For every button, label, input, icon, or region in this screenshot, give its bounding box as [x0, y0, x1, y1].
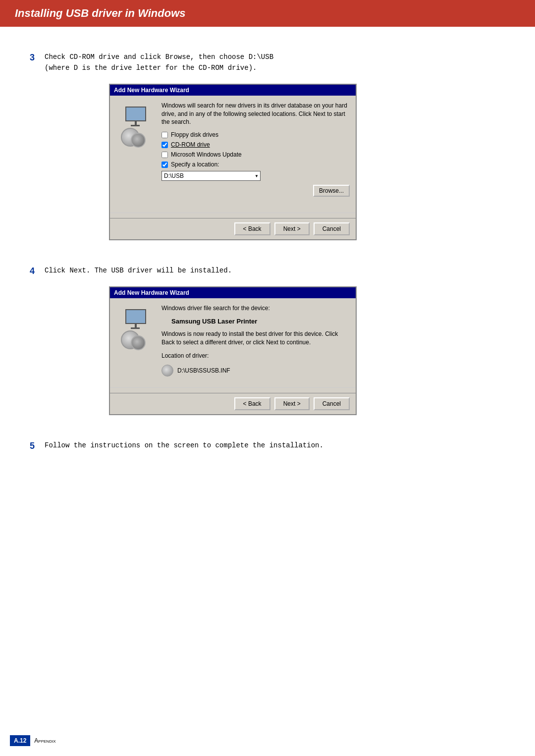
cancel-button-1[interactable]: Cancel: [314, 222, 350, 235]
dialog-2-divider: [110, 387, 356, 388]
step-3-line1: Check CD-ROM drive and click Browse, the…: [45, 52, 273, 62]
footer-appendix: Appendix: [34, 737, 55, 744]
step-3-text: Check CD-ROM drive and click Browse, the…: [45, 52, 273, 74]
cd-disc-2: [131, 133, 146, 148]
dialog-1-divider: [110, 213, 356, 213]
dialog-1-title: Add New Hardware Wizard: [114, 87, 189, 94]
step-3-line2: (where D is the drive letter for the CD-…: [45, 62, 273, 73]
step-4-header: 4 Click Next. The USB driver will be ins…: [30, 265, 505, 276]
checkbox-floppy-input[interactable]: [161, 132, 168, 138]
checkbox-floppy-label: Floppy disk drives: [171, 131, 218, 138]
step-5-text: Follow the instructions on the screen to…: [45, 440, 323, 451]
monitor-graphic-2: [125, 309, 146, 324]
dialog-2: Add New Hardware Wizard Windows driver f…: [109, 286, 357, 415]
step-4-number: 4: [30, 265, 40, 276]
next-button-1[interactable]: Next >: [274, 222, 310, 235]
back-button-1[interactable]: < Back: [234, 222, 270, 235]
step-4-text: Click Next. The USB driver will be insta…: [45, 265, 232, 276]
wizard-icon-col: [116, 102, 156, 202]
cd-small-icon: [161, 365, 173, 377]
wizard-icon-2: [118, 307, 153, 356]
step-5: 5 Follow the instructions on the screen …: [30, 440, 505, 451]
next-button-2[interactable]: Next >: [274, 397, 310, 410]
dialog-2-content: Windows driver file search for the devic…: [161, 304, 350, 377]
dialog-1-titlebar: Add New Hardware Wizard: [110, 85, 356, 96]
dialog-2-body: Windows driver file search for the devic…: [110, 298, 356, 382]
dialog-2-footer: < Back Next > Cancel: [110, 393, 356, 414]
ready-text: Windows is now ready to install the best…: [161, 330, 350, 347]
browse-button[interactable]: Browse...: [313, 185, 350, 197]
dialog-1-footer: < Back Next > Cancel: [110, 218, 356, 239]
checkbox-cdrom-label: CD-ROM drive: [171, 141, 210, 148]
device-name: Samsung USB Laser Printer: [171, 318, 350, 325]
checkbox-specify-location: Specify a location:: [161, 161, 350, 168]
location-dropdown-wrapper: D:\USB: [161, 171, 261, 181]
dialog-2-titlebar: Add New Hardware Wizard: [110, 287, 356, 298]
monitor-base-2: [131, 327, 140, 329]
checkbox-windows-update-input[interactable]: [161, 152, 168, 158]
step-4: 4 Click Next. The USB driver will be ins…: [30, 265, 505, 415]
checkbox-windows-update-label: Microsoft Windows Update: [171, 151, 242, 158]
location-label: Location of driver:: [161, 352, 350, 360]
monitor-base: [131, 125, 140, 126]
step-3-header: 3 Check CD-ROM drive and click Browse, t…: [30, 52, 505, 74]
page-footer: A.12 Appendix: [10, 735, 55, 746]
cancel-button-2[interactable]: Cancel: [314, 397, 350, 410]
driver-location-row: D:\USB\SSUSB.INF: [161, 365, 350, 377]
page-title: Installing USB driver in Windows: [15, 7, 520, 20]
step-3-number: 3: [30, 52, 40, 63]
step-3: 3 Check CD-ROM drive and click Browse, t…: [30, 52, 505, 240]
step-4-description: Click Next. The USB driver will be insta…: [45, 267, 232, 274]
dialog-1: Add New Hardware Wizard Windows will sea…: [109, 84, 357, 240]
back-button-2[interactable]: < Back: [234, 397, 270, 410]
wizard-icon: [118, 104, 153, 154]
step-5-description: Follow the instructions on the screen to…: [45, 441, 323, 449]
step-5-number: 5: [30, 440, 40, 451]
monitor-graphic: [125, 107, 146, 121]
location-path: D:\USB\SSUSB.INF: [177, 367, 230, 374]
checkbox-cdrom: CD-ROM drive: [161, 141, 350, 148]
checkbox-floppy: Floppy disk drives: [161, 131, 350, 138]
search-label: Windows driver file search for the devic…: [161, 304, 350, 313]
step-5-header: 5 Follow the instructions on the screen …: [30, 440, 505, 451]
checkbox-specify-label: Specify a location:: [171, 161, 219, 168]
checkbox-specify-input[interactable]: [161, 162, 168, 168]
dialog-2-title: Add New Hardware Wizard: [114, 289, 189, 296]
dialog-1-description: Windows will search for new drivers in i…: [161, 102, 350, 126]
dialog-1-body: Windows will search for new drivers in i…: [110, 96, 356, 208]
location-dropdown[interactable]: D:\USB: [161, 171, 261, 181]
cd-disc-4: [131, 335, 146, 350]
footer-badge: A.12: [10, 735, 30, 746]
wizard-icon-col-2: [116, 304, 156, 377]
checkbox-cdrom-input[interactable]: [161, 142, 168, 148]
page-header: Installing USB driver in Windows: [0, 0, 535, 27]
main-content: 3 Check CD-ROM drive and click Browse, t…: [0, 47, 535, 496]
checkbox-windows-update: Microsoft Windows Update: [161, 151, 350, 158]
location-input-row: D:\USB: [161, 171, 350, 181]
dialog-1-content: Windows will search for new drivers in i…: [161, 102, 350, 202]
